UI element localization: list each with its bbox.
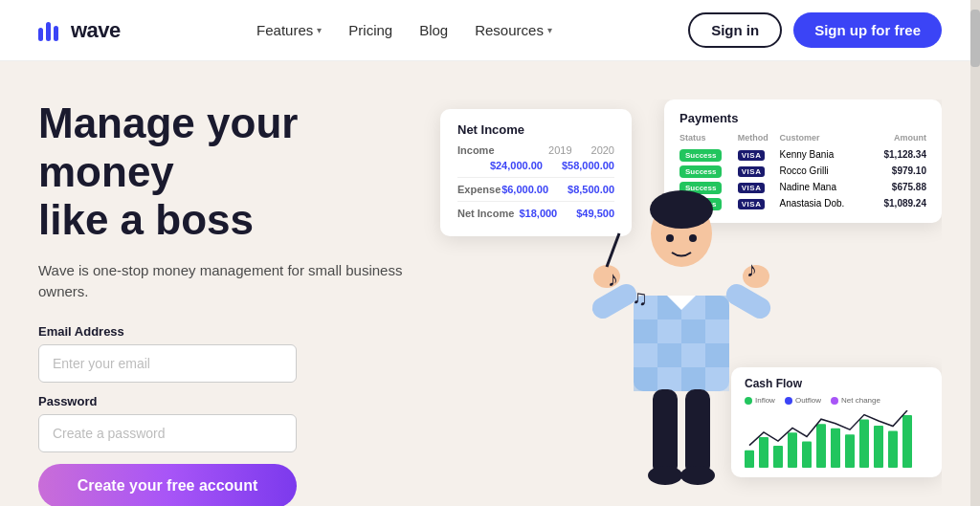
password-input[interactable] — [38, 414, 297, 452]
table-row: Success VISA Kenny Bania $1,128.34 — [679, 146, 926, 163]
svg-rect-13 — [705, 319, 729, 343]
chart-bar — [845, 434, 855, 468]
svg-rect-24 — [723, 280, 774, 322]
music-note-3: ♪ — [746, 257, 757, 282]
music-note-2: ♫ — [632, 286, 648, 311]
svg-rect-21 — [705, 367, 729, 391]
visa-badge: VISA — [738, 150, 766, 161]
right-panel: Net Income Income 2019 2020 $24,000.00 $… — [421, 99, 942, 506]
status-badge: Success — [679, 165, 722, 178]
svg-rect-12 — [681, 319, 705, 343]
nav-actions: Sign in Sign up for free — [688, 12, 942, 48]
svg-rect-14 — [634, 343, 657, 367]
nav-pricing[interactable]: Pricing — [348, 22, 392, 38]
svg-rect-18 — [634, 367, 657, 391]
nav-features[interactable]: Features ▾ — [256, 22, 322, 38]
payments-title: Payments — [679, 111, 926, 125]
svg-rect-20 — [681, 367, 705, 391]
chart-bar — [888, 431, 898, 469]
svg-rect-17 — [705, 343, 729, 367]
svg-rect-0 — [38, 28, 43, 41]
col-status: Status — [679, 133, 738, 146]
svg-point-29 — [648, 466, 682, 485]
svg-rect-28 — [685, 389, 710, 475]
table-row: Success VISA Rocco Grilli $979.10 — [679, 163, 926, 179]
signin-button[interactable]: Sign in — [688, 12, 782, 48]
amount: $675.88 — [868, 179, 926, 195]
left-panel: Manage your money like a boss Wave is on… — [38, 99, 421, 506]
logo[interactable]: wave — [38, 18, 121, 43]
password-group: Password — [38, 394, 421, 452]
svg-point-32 — [689, 234, 697, 242]
income-year1: 2019 — [548, 144, 571, 156]
navbar: wave Features ▾ Pricing Blog Resources ▾… — [0, 0, 980, 61]
status-badge: Success — [679, 149, 722, 162]
svg-rect-1 — [46, 22, 51, 41]
svg-rect-2 — [54, 26, 58, 41]
signup-button[interactable]: Sign up for free — [793, 12, 942, 48]
chevron-down-icon: ▾ — [317, 25, 322, 35]
music-note-1: ♪ — [608, 267, 618, 292]
chevron-down-icon-2: ▾ — [547, 25, 552, 35]
svg-point-31 — [666, 234, 674, 242]
income-2020: $58,000.00 — [562, 160, 614, 171]
netchange-legend-dot — [831, 397, 838, 405]
chart-bar — [874, 426, 883, 468]
email-label: Email Address — [38, 324, 421, 339]
chart-bar — [859, 420, 869, 468]
col-method: Method — [738, 133, 780, 146]
svg-rect-15 — [657, 343, 681, 367]
svg-rect-9 — [705, 296, 729, 319]
income-year2: 2020 — [591, 144, 614, 156]
hero-subtext: Wave is one-stop money management for sm… — [38, 260, 421, 303]
main-content: Manage your money like a boss Wave is on… — [0, 61, 980, 506]
nav-blog[interactable]: Blog — [419, 22, 448, 38]
svg-rect-16 — [681, 343, 705, 367]
email-input[interactable] — [38, 344, 297, 383]
hero-headline: Manage your money like a boss — [38, 99, 421, 245]
svg-line-33 — [607, 233, 619, 267]
customer-name: Kenny Bania — [779, 146, 868, 163]
expense-2019: $6,000.00 — [501, 184, 548, 195]
income-label: Income — [457, 144, 495, 156]
brand-name: wave — [71, 18, 121, 43]
income-card-title: Net Income — [457, 122, 614, 137]
col-customer: Customer — [779, 133, 868, 146]
wave-logo-svg — [38, 20, 65, 41]
col-amount: Amount — [868, 133, 926, 146]
nav-resources[interactable]: Resources ▾ — [475, 22, 552, 38]
email-group: Email Address — [38, 324, 421, 383]
amount: $1,128.34 — [868, 146, 926, 163]
svg-rect-10 — [634, 319, 657, 343]
chart-bar — [816, 424, 826, 468]
person-illustration — [557, 181, 806, 506]
chart-bar — [902, 415, 912, 468]
scrollbar[interactable] — [970, 0, 980, 506]
visa-badge: VISA — [738, 166, 766, 177]
svg-rect-27 — [653, 389, 678, 475]
nav-links: Features ▾ Pricing Blog Resources ▾ — [256, 22, 552, 38]
scrollbar-thumb[interactable] — [970, 10, 980, 67]
create-account-button[interactable]: Create your free account — [38, 464, 297, 506]
svg-rect-11 — [657, 319, 681, 343]
chart-bar — [831, 429, 840, 468]
password-label: Password — [38, 394, 421, 408]
netchange-legend-label: Net change — [841, 396, 880, 405]
amount: $1,089.24 — [868, 195, 926, 211]
svg-point-4 — [650, 190, 713, 229]
amount: $979.10 — [868, 163, 926, 179]
net-2019: $18,000 — [519, 208, 557, 219]
illustration: Net Income Income 2019 2020 $24,000.00 $… — [421, 99, 942, 506]
net-label: Net Income — [457, 208, 514, 219]
svg-point-30 — [680, 466, 715, 485]
customer-name: Rocco Grilli — [779, 163, 868, 179]
expense-label: Expense — [457, 184, 501, 195]
income-2019: $24,000.00 — [490, 160, 543, 171]
svg-rect-19 — [657, 367, 681, 391]
